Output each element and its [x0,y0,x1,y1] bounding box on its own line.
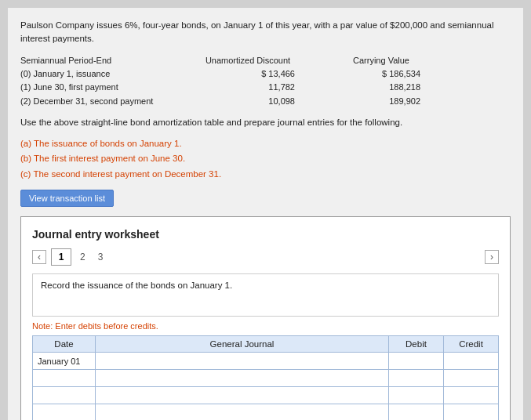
record-description: Record the issuance of the bonds on Janu… [32,273,499,317]
amort-row-1: (1) June 30, first payment 11,782 188,21… [20,81,511,95]
amort-row-1-unamortized: 11,782 [177,81,318,95]
sub-instruction-b: (b) The first interest payment on June 3… [20,151,511,167]
debit-cell-3[interactable] [389,404,444,420]
col-header-date: Date [33,336,96,353]
main-page: Paulson Company issues 6%, four-year bon… [8,8,523,420]
date-cell-0: January 01 [33,353,96,370]
intro-text: Paulson Company issues 6%, four-year bon… [20,19,511,46]
tab-3[interactable]: 3 [94,250,107,264]
debit-input-3[interactable] [394,408,438,418]
tab-next-arrow[interactable]: › [485,250,499,264]
amort-row-2: (2) December 31, second payment 10,098 1… [20,95,511,109]
amort-row-1-period: (1) June 30, first payment [20,81,177,95]
amort-row-2-period: (2) December 31, second payment [20,95,177,109]
tab-1[interactable]: 1 [51,248,71,266]
journal-input-0[interactable] [100,357,384,366]
sub-instruction-a: (a) The issuance of bonds on January 1. [20,136,511,152]
table-row [33,370,499,387]
journal-input-2[interactable] [100,391,384,400]
debit-input-2[interactable] [394,391,438,400]
tab-2[interactable]: 2 [76,250,89,264]
amort-row-1-carrying: 188,218 [318,81,444,95]
credit-input-0[interactable] [449,357,493,366]
credit-cell-3[interactable] [444,404,499,420]
col-header-journal: General Journal [96,336,389,353]
journal-cell-1[interactable] [96,370,389,387]
credit-cell-2[interactable] [444,387,499,404]
tab-navigation: ‹ 1 2 3 › [32,248,499,266]
journal-entry-worksheet: Journal entry worksheet ‹ 1 2 3 › Record… [20,216,511,420]
amort-row-2-unamortized: 10,098 [177,95,318,109]
debit-cell-0[interactable] [389,353,444,370]
credit-input-2[interactable] [449,391,493,400]
journal-cell-3[interactable] [96,404,389,420]
journal-cell-0[interactable] [96,353,389,370]
table-row: January 01 [33,353,499,370]
amort-row-0-period: (0) January 1, issuance [20,67,177,81]
journal-table: Date General Journal Debit Credit Januar… [32,335,499,420]
amort-col2-header: Unamortized Discount [177,56,318,65]
journal-input-3[interactable] [100,408,384,418]
amortization-table: Semiannual Period-End Unamortized Discou… [20,56,511,109]
journal-cell-2[interactable] [96,387,389,404]
view-transaction-button[interactable]: View transaction list [20,190,114,207]
table-row [33,404,499,420]
credit-input-3[interactable] [449,408,493,418]
debit-input-1[interactable] [394,374,438,383]
instructions-text: Use the above straight-line bond amortiz… [20,116,511,129]
table-row [33,387,499,404]
sub-instruction-c: (c) The second interest payment on Decem… [20,167,511,183]
journal-input-1[interactable] [100,374,384,383]
debit-input-0[interactable] [394,357,438,366]
worksheet-title: Journal entry worksheet [32,228,499,241]
amort-row-0-carrying: $ 186,534 [318,67,444,81]
amort-col3-header: Carrying Value [318,56,444,65]
debit-cell-1[interactable] [389,370,444,387]
credit-cell-1[interactable] [444,370,499,387]
amort-row-2-carrying: 189,902 [318,95,444,109]
credit-input-1[interactable] [449,374,493,383]
debit-cell-2[interactable] [389,387,444,404]
note-text: Note: Enter debits before credits. [32,321,499,331]
col-header-credit: Credit [444,336,499,353]
date-cell-2 [33,387,96,404]
col-header-debit: Debit [389,336,444,353]
sub-instructions: (a) The issuance of bonds on January 1. … [20,136,511,183]
credit-cell-0[interactable] [444,353,499,370]
amort-row-0: (0) January 1, issuance $ 13,466 $ 186,5… [20,67,511,81]
tab-prev-arrow[interactable]: ‹ [32,250,46,264]
date-cell-1 [33,370,96,387]
date-cell-3 [33,404,96,420]
amort-col1-header: Semiannual Period-End [20,56,177,65]
amort-row-0-unamortized: $ 13,466 [177,67,318,81]
